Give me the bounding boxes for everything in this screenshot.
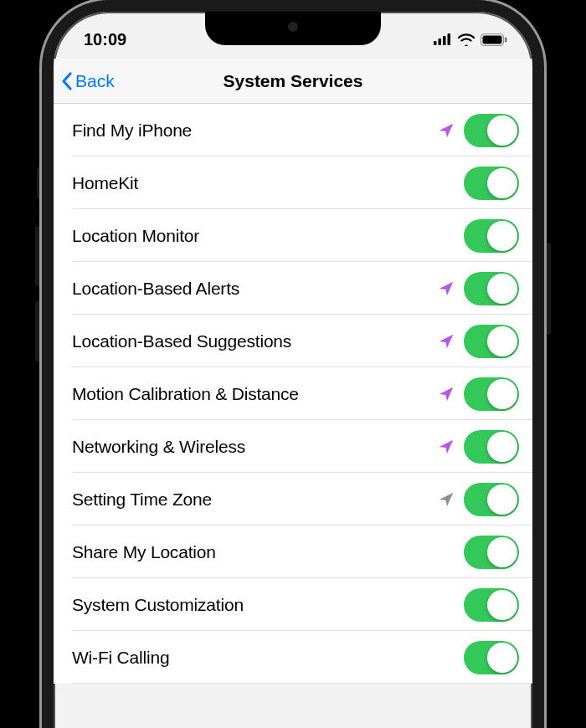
nav-bar: Back System Services — [54, 59, 532, 104]
settings-row: System Customization — [54, 578, 532, 631]
toggle-switch[interactable] — [464, 325, 519, 358]
row-label: Location-Based Suggestions — [72, 331, 434, 351]
cellular-icon — [434, 33, 452, 45]
notch — [205, 10, 381, 45]
phone-frame: 10:09 — [42, 0, 544, 728]
row-label: Setting Time Zone — [72, 490, 434, 510]
toggle-switch[interactable] — [464, 588, 519, 622]
row-label: System Customization — [72, 595, 434, 615]
settings-row: Share My Location — [54, 525, 532, 578]
chevron-left-icon — [60, 71, 74, 91]
back-label: Back — [75, 71, 115, 91]
settings-row: Location-Based Alerts — [54, 262, 532, 315]
svg-rect-6 — [505, 37, 507, 42]
row-label: Find My iPhone — [72, 120, 434, 141]
row-label: Share My Location — [72, 542, 434, 562]
toggle-knob — [487, 643, 517, 673]
settings-row: Setting Time Zone — [54, 473, 532, 525]
settings-row: Networking & Wireless — [54, 420, 532, 473]
row-label: Networking & Wireless — [72, 437, 434, 457]
location-arrow-icon — [434, 490, 459, 509]
wifi-icon — [457, 33, 475, 46]
svg-rect-5 — [483, 35, 502, 44]
toggle-knob — [487, 432, 517, 462]
location-arrow-icon — [434, 385, 459, 403]
toggle-switch[interactable] — [464, 114, 519, 147]
toggle-switch[interactable] — [464, 536, 519, 569]
settings-row: Location-Based Suggestions — [54, 315, 532, 367]
toggle-knob — [487, 221, 517, 251]
settings-list[interactable]: Find My iPhoneHomeKitLocation MonitorLoc… — [54, 104, 532, 684]
toggle-knob — [487, 168, 517, 198]
toggle-switch[interactable] — [464, 430, 519, 464]
row-label: Motion Calibration & Distance — [72, 384, 434, 404]
toggle-knob — [487, 115, 517, 146]
settings-row: Motion Calibration & Distance — [54, 367, 532, 420]
location-arrow-icon — [434, 332, 459, 351]
row-label: Location Monitor — [72, 226, 434, 246]
location-arrow-icon — [434, 121, 459, 140]
svg-rect-3 — [448, 33, 451, 45]
toggle-knob — [487, 274, 517, 304]
back-button[interactable]: Back — [60, 71, 115, 91]
settings-row: HomeKit — [54, 156, 532, 209]
toggle-switch[interactable] — [464, 641, 519, 674]
toggle-knob — [487, 326, 517, 356]
toggle-knob — [487, 537, 517, 567]
status-indicators — [434, 33, 507, 46]
settings-row: Wi-Fi Calling — [54, 631, 532, 684]
toggle-switch[interactable] — [464, 483, 519, 516]
toggle-switch[interactable] — [464, 272, 519, 305]
toggle-knob — [487, 590, 517, 620]
toggle-switch[interactable] — [464, 377, 519, 411]
toggle-knob — [487, 379, 517, 409]
row-label: HomeKit — [72, 173, 434, 193]
location-arrow-icon — [434, 279, 459, 298]
battery-icon — [481, 33, 507, 46]
toggle-knob — [487, 484, 517, 515]
location-arrow-icon — [434, 438, 459, 456]
toggle-switch[interactable] — [464, 219, 519, 253]
svg-rect-0 — [434, 41, 437, 45]
row-label: Location-Based Alerts — [72, 279, 434, 299]
power-button[interactable] — [543, 243, 551, 335]
status-time: 10:09 — [84, 30, 126, 49]
settings-row: Location Monitor — [54, 209, 532, 262]
page-title: System Services — [224, 71, 363, 91]
svg-rect-1 — [439, 38, 442, 45]
settings-row: Find My iPhone — [54, 104, 532, 156]
row-label: Wi-Fi Calling — [72, 648, 434, 668]
svg-rect-2 — [443, 36, 446, 45]
toggle-switch[interactable] — [464, 167, 519, 200]
